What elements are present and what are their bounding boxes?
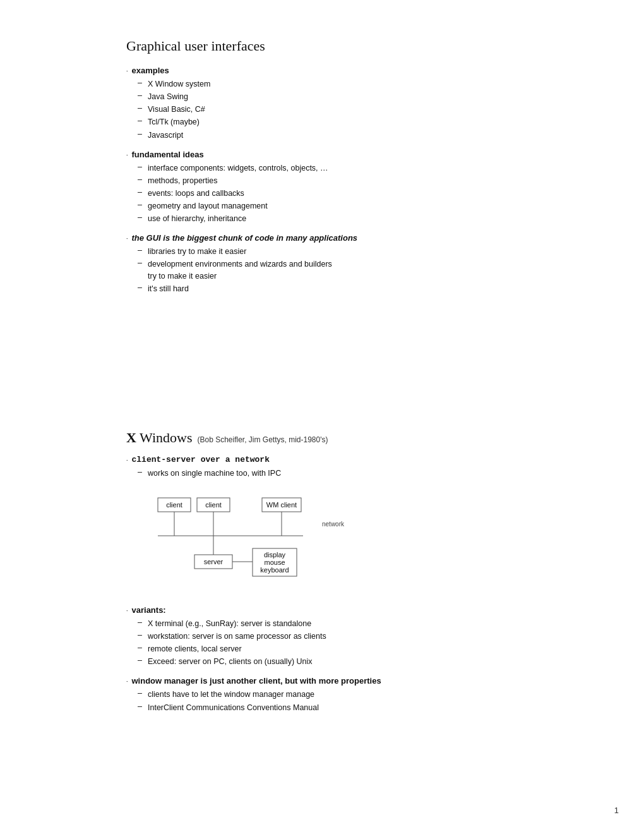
svg-text:client: client [205, 501, 222, 509]
dash: – [138, 116, 144, 125]
dash: – [138, 91, 144, 100]
wm-bold: window manager is just another client, b… [132, 676, 381, 686]
list-item: – geometry and layout management [138, 200, 442, 212]
sub-text: works on single machine too, with IPC [148, 468, 281, 479]
sub-text: Exceed: server on PC, clients on (usuall… [148, 656, 313, 667]
x-windows-diagram: client client WM client network server [139, 492, 360, 593]
list-item: – Java Swing [138, 91, 442, 102]
gui-bold-text: the GUI is the biggest chunk of code in … [132, 233, 358, 243]
dash: – [138, 689, 144, 698]
list-item: – X terminal (e.g., SunRay): server is s… [138, 618, 442, 629]
sub-text: development environments and wizards and… [148, 258, 332, 281]
dash: – [138, 656, 144, 665]
section2-header: X Windows (Bob Scheifler, Jim Gettys, mi… [126, 430, 442, 446]
sub-text: workstation: server is on same processor… [148, 631, 326, 642]
windows-label: Windows [140, 430, 192, 445]
sub-text: X Window system [148, 78, 210, 90]
list-item: – interface components: widgets, control… [138, 162, 442, 174]
list-item: – Visual Basic, C# [138, 104, 442, 115]
sub-items-variants: – X terminal (e.g., SunRay): server is s… [138, 618, 442, 668]
sub-text: X terminal (e.g., SunRay): server is sta… [148, 618, 311, 629]
list-item: – remote clients, local server [138, 643, 442, 655]
dash: – [138, 130, 144, 138]
bullet-label-fundamental: fundamental ideas [132, 150, 204, 159]
dash: – [138, 104, 144, 112]
section1-title: Graphical user interfaces [126, 38, 442, 54]
section2-title-big: X Windows [126, 430, 192, 446]
svg-text:network: network [322, 521, 345, 528]
sub-items-wm: – clients have to let the window manager… [138, 689, 442, 713]
dash: – [138, 258, 144, 267]
bullet-main-gui: · the GUI is the biggest chunk of code i… [126, 233, 442, 243]
dash: – [138, 246, 144, 255]
dash: – [138, 618, 144, 627]
diagram-svg: client client WM client network server [139, 492, 360, 593]
bullet-main-wm: · window manager is just another client,… [126, 676, 442, 686]
sub-text: remote clients, local server [148, 643, 242, 655]
bullet-gui: · the GUI is the biggest chunk of code i… [126, 233, 442, 294]
bullet-dot-1: · [126, 66, 128, 76]
bullet-label-gui: the GUI is the biggest chunk of code in … [132, 233, 358, 243]
list-item: – development environments and wizards a… [138, 258, 442, 281]
dash: – [138, 78, 144, 87]
dash: – [138, 283, 144, 292]
dash: – [138, 468, 144, 476]
bullet-dot-6: · [126, 677, 128, 686]
sub-text: Visual Basic, C# [148, 104, 205, 115]
bullet-examples: · examples – X Window system – Java Swin… [126, 66, 442, 141]
list-item: – works on single machine too, with IPC [138, 468, 442, 479]
sub-text: interface components: widgets, controls,… [148, 162, 328, 174]
sub-text: Java Swing [148, 91, 188, 102]
sub-items-gui: – libraries try to make it easier – deve… [138, 246, 442, 294]
bullet-wm: · window manager is just another client,… [126, 676, 442, 713]
dash: – [138, 631, 144, 639]
sub-items-fundamental: – interface components: widgets, control… [138, 162, 442, 225]
sub-text: libraries try to make it easier [148, 246, 246, 257]
page-content: Graphical user interfaces · examples – X… [0, 0, 492, 760]
bullet-client-server: · client-server over a network – works o… [126, 455, 442, 479]
section2-title-sub: (Bob Scheifler, Jim Gettys, mid-1980's) [197, 435, 328, 444]
dash: – [138, 213, 144, 222]
dash: – [138, 702, 144, 711]
dash: – [138, 188, 144, 196]
sub-text: Tcl/Tk (maybe) [148, 116, 200, 128]
sub-text: geometry and layout management [148, 200, 268, 212]
list-item: – X Window system [138, 78, 442, 90]
list-item: – Exceed: server on PC, clients on (usua… [138, 656, 442, 667]
svg-text:server: server [204, 558, 224, 565]
dash: – [138, 175, 144, 184]
svg-text:client: client [166, 501, 182, 509]
sub-items-examples: – X Window system – Java Swing – Visual … [138, 78, 442, 141]
page-number: 1 [614, 806, 619, 815]
list-item: – clients have to let the window manager… [138, 689, 442, 700]
bullet-main-examples: · examples [126, 66, 442, 76]
list-item: – libraries try to make it easier [138, 246, 442, 257]
bullet-dot-5: · [126, 606, 128, 615]
bullet-label-examples: examples [132, 66, 169, 75]
bullet-main-cs: · client-server over a network [126, 455, 442, 465]
bullet-main-fundamental: · fundamental ideas [126, 150, 442, 160]
svg-text:keyboard: keyboard [260, 566, 289, 574]
list-item: – it's still hard [138, 283, 442, 294]
list-item: – Javascript [138, 130, 442, 141]
sub-text: clients have to let the window manager m… [148, 689, 314, 700]
sub-text: it's still hard [148, 283, 189, 294]
x-label: X [126, 430, 136, 445]
bullet-label-cs: client-server over a network [132, 455, 270, 464]
bullet-variants: · variants: – X terminal (e.g., SunRay):… [126, 605, 442, 668]
list-item: – Tcl/Tk (maybe) [138, 116, 442, 128]
svg-text:WM client: WM client [266, 501, 297, 509]
bullet-fundamental: · fundamental ideas – interface componen… [126, 150, 442, 225]
list-item: – events: loops and callbacks [138, 188, 442, 199]
sub-text: Javascript [148, 130, 183, 141]
bullet-main-variants: · variants: [126, 605, 442, 615]
list-item: – use of hierarchy, inheritance [138, 213, 442, 224]
list-item: – methods, properties [138, 175, 442, 186]
list-item: – workstation: server is on same process… [138, 631, 442, 642]
sub-text: use of hierarchy, inheritance [148, 213, 246, 224]
svg-text:mouse: mouse [264, 559, 285, 566]
sub-text: events: loops and callbacks [148, 188, 244, 199]
dash: – [138, 162, 144, 171]
dash: – [138, 643, 144, 652]
list-item: – InterClient Communications Conventions… [138, 702, 442, 713]
